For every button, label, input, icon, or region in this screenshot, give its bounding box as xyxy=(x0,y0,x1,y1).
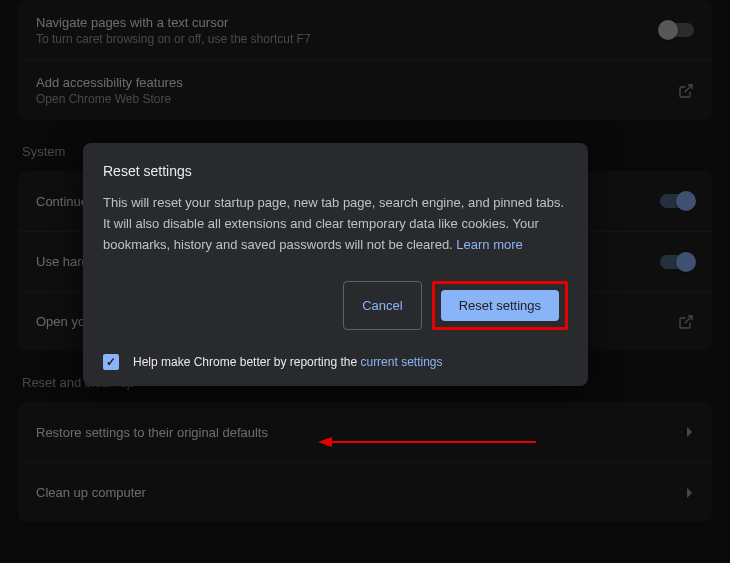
learn-more-link[interactable]: Learn more xyxy=(456,237,522,252)
chevron-right-icon xyxy=(686,487,694,499)
dialog-footer-text: Help make Chrome better by reporting the… xyxy=(133,355,443,369)
dialog-body: This will reset your startup page, new t… xyxy=(103,193,568,255)
report-settings-checkbox[interactable]: ✓ xyxy=(103,354,119,370)
dialog-title: Reset settings xyxy=(103,163,568,179)
external-link-icon xyxy=(678,314,694,330)
current-settings-link[interactable]: current settings xyxy=(360,355,442,369)
row-title: Clean up computer xyxy=(36,485,146,500)
toggle-hardware-accel[interactable] xyxy=(660,255,694,269)
row-title: Navigate pages with a text cursor xyxy=(36,15,311,30)
toggle-caret-browsing[interactable] xyxy=(660,23,694,37)
row-title: Add accessibility features xyxy=(36,75,183,90)
row-subtitle: To turn caret browsing on or off, use th… xyxy=(36,32,311,46)
reset-settings-button[interactable]: Reset settings xyxy=(441,290,559,321)
row-restore-defaults[interactable]: Restore settings to their original defau… xyxy=(18,402,712,462)
annotation-highlight: Reset settings xyxy=(432,281,568,330)
svg-marker-3 xyxy=(318,437,332,447)
row-add-accessibility[interactable]: Add accessibility features Open Chrome W… xyxy=(18,60,712,120)
external-link-icon xyxy=(678,83,694,99)
row-clean-up-computer[interactable]: Clean up computer xyxy=(18,462,712,522)
reset-settings-dialog: Reset settings This will reset your star… xyxy=(83,143,588,386)
toggle-background-apps[interactable] xyxy=(660,194,694,208)
row-subtitle: Open Chrome Web Store xyxy=(36,92,183,106)
row-caret-browsing[interactable]: Navigate pages with a text cursor To tur… xyxy=(18,0,712,60)
svg-line-1 xyxy=(685,316,692,323)
cancel-button[interactable]: Cancel xyxy=(343,281,421,330)
row-title: Restore settings to their original defau… xyxy=(36,425,268,440)
svg-line-0 xyxy=(685,85,692,92)
chevron-right-icon xyxy=(686,426,694,438)
annotation-arrow xyxy=(318,436,538,448)
